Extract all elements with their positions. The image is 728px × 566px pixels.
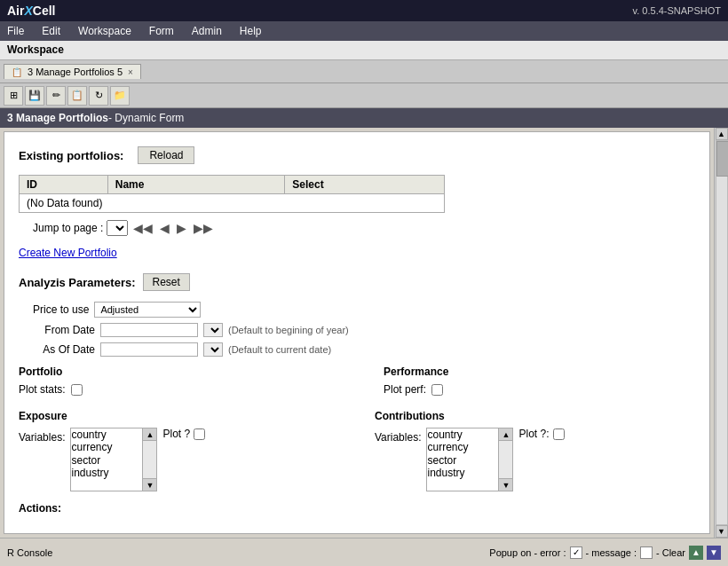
menu-edit[interactable]: Edit [38, 24, 64, 38]
contributions-variables-row: Variables: country currency sector indus… [375, 428, 695, 491]
performance-section: Performance Plot perf: [384, 366, 695, 403]
exposure-listbox[interactable]: country currency sector industry [71, 428, 142, 491]
contributions-plot-checkbox[interactable] [553, 428, 565, 440]
from-date-row: From Date (Default to begining of year) [33, 323, 695, 337]
toolbar-edit-btn[interactable]: ✏ [46, 86, 66, 106]
tab-label: 3 Manage Portfolios 5 [28, 67, 123, 77]
toolbar-copy-btn[interactable]: 📋 [67, 86, 87, 106]
tab-close-button[interactable]: × [128, 67, 133, 77]
clear-label: - Clear [656, 547, 685, 558]
as-of-date-dropdown[interactable] [203, 342, 223, 357]
r-console-label: R Console [7, 547, 52, 558]
portfolio-title: Portfolio [19, 366, 330, 378]
scroll-thumb[interactable] [716, 141, 729, 177]
toolbar-folder-btn[interactable]: 📁 [110, 86, 130, 106]
menu-help[interactable]: Help [236, 24, 265, 38]
menu-file[interactable]: File [4, 24, 28, 38]
portfolio-performance-row: Portfolio Plot stats: Performance Plot p… [19, 366, 695, 403]
from-date-hint: (Default to begining of year) [228, 325, 349, 335]
tab-manage-portfolios[interactable]: 📋 3 Manage Portfolios 5 × [4, 64, 141, 79]
version-label: v. 0.5.4-SNAPSHOT [633, 5, 721, 16]
nav-prev-btn[interactable]: ◀ [158, 221, 171, 235]
exposure-listbox-container: country currency sector industry ▲ ▼ [70, 428, 157, 491]
menu-workspace[interactable]: Workspace [75, 24, 135, 38]
plot-stats-row: Plot stats: [19, 383, 330, 396]
scroll-up-arrow[interactable]: ▲ [716, 128, 728, 140]
form-title-bar: 3 Manage Portfolios - Dynamic Form [0, 108, 728, 128]
pagination-bar: Jump to page : ◀◀ ◀ ▶ ▶▶ [33, 220, 695, 236]
as-of-date-row: As Of Date (Default to current date) [33, 342, 695, 357]
scroll-track[interactable] [716, 140, 728, 525]
portfolio-table: ID Name Select (No Data found) [19, 175, 445, 213]
exposure-scrollbar: ▲ ▼ [142, 428, 156, 491]
title-bar: AirXCell v. 0.5.4-SNAPSHOT [0, 0, 728, 21]
from-date-input[interactable] [100, 323, 198, 337]
plot-stats-label: Plot stats: [19, 383, 66, 396]
actions-label: Actions: [19, 502, 61, 515]
exposure-scroll-up[interactable]: ▲ [143, 428, 156, 441]
toolbar: ⊞ 💾 ✏ 📋 ↻ 📁 [0, 83, 728, 108]
from-date-dropdown[interactable] [203, 323, 223, 337]
exposure-contributions-row: Exposure Variables: country currency sec… [19, 410, 695, 491]
existing-portfolios-header: Existing portfolios: Reload [19, 146, 695, 164]
clear-down-button[interactable]: ▼ [707, 546, 721, 560]
analysis-header: Analyzis Parameters: Reset [19, 273, 695, 291]
exposure-plot-label: Plot ? [162, 428, 190, 440]
contributions-variables-label: Variables: [375, 428, 421, 444]
tab-bar: 📋 3 Manage Portfolios 5 × [0, 60, 728, 83]
no-data-row: (No Data found) [20, 194, 445, 213]
jump-to-page-label: Jump to page : [33, 222, 103, 234]
col-header-name: Name [107, 176, 285, 194]
exposure-section: Exposure Variables: country currency sec… [19, 410, 339, 491]
popup-error-checkbox[interactable]: ✓ [570, 546, 582, 559]
plot-perf-checkbox[interactable] [431, 384, 443, 396]
exposure-variables-label: Variables: [19, 428, 65, 444]
price-label: Price to use [33, 303, 89, 316]
nav-next-btn[interactable]: ▶ [175, 221, 188, 235]
price-select[interactable]: Adjusted [94, 302, 201, 318]
main-panel: Existing portfolios: Reload ID Name Sele… [4, 131, 710, 534]
toolbar-refresh-btn[interactable]: ↻ [89, 86, 108, 106]
contributions-title: Contributions [375, 410, 695, 422]
plot-perf-row: Plot perf: [384, 383, 695, 396]
contributions-scroll-down[interactable]: ▼ [499, 478, 512, 491]
price-row: Price to use Adjusted [33, 302, 695, 318]
existing-portfolios-label: Existing portfolios: [19, 149, 123, 162]
contributions-plot-label: Plot ?: [518, 428, 549, 440]
nav-last-btn[interactable]: ▶▶ [192, 221, 215, 235]
contributions-listbox-container: country currency sector industry ▲ ▼ [426, 428, 513, 491]
toolbar-save-btn[interactable]: 💾 [25, 86, 44, 106]
analysis-label: Analyzis Parameters: [19, 276, 136, 289]
message-checkbox[interactable] [640, 546, 653, 559]
workspace-breadcrumb: Workspace [0, 41, 728, 60]
form-title-rest: - Dynamic Form [108, 112, 184, 124]
from-date-label: From Date [33, 324, 95, 336]
reload-button[interactable]: Reload [138, 146, 194, 164]
menu-form[interactable]: Form [146, 24, 178, 38]
page-select[interactable] [107, 220, 128, 236]
actions-section: Actions: [19, 502, 695, 515]
message-label: - message : [586, 547, 637, 558]
toolbar-new-btn[interactable]: ⊞ [4, 86, 23, 106]
content-area: Existing portfolios: Reload ID Name Sele… [0, 128, 728, 538]
col-header-select: Select [285, 176, 445, 194]
scroll-down-arrow[interactable]: ▼ [716, 525, 728, 538]
contributions-scroll-up[interactable]: ▲ [499, 428, 512, 441]
nav-first-btn[interactable]: ◀◀ [131, 221, 154, 235]
clear-up-button[interactable]: ▲ [689, 546, 703, 560]
exposure-scroll-track [143, 441, 156, 478]
as-of-date-input[interactable] [100, 342, 198, 357]
contributions-plot-row: Plot ?: [518, 428, 564, 440]
col-header-id: ID [20, 176, 108, 194]
status-right: Popup on - error : ✓ - message : - Clear… [489, 546, 721, 560]
menu-admin[interactable]: Admin [188, 24, 226, 38]
reset-button[interactable]: Reset [143, 273, 190, 291]
plot-stats-checkbox[interactable] [71, 384, 83, 396]
exposure-plot-checkbox[interactable] [194, 428, 205, 440]
contributions-listbox[interactable]: country currency sector industry [427, 428, 498, 491]
create-new-portfolio-link[interactable]: Create New Portfolio [19, 247, 695, 259]
contributions-scrollbar: ▲ ▼ [498, 428, 512, 491]
exposure-scroll-down[interactable]: ▼ [143, 478, 156, 491]
portfolio-section: Portfolio Plot stats: [19, 366, 330, 403]
no-data-cell: (No Data found) [20, 194, 445, 213]
